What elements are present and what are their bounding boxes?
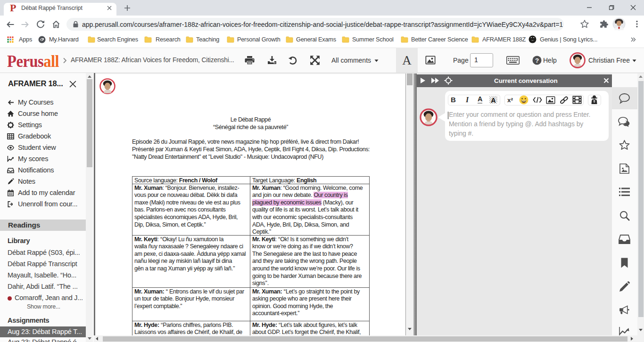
svg-text:?: ? — [535, 57, 539, 64]
